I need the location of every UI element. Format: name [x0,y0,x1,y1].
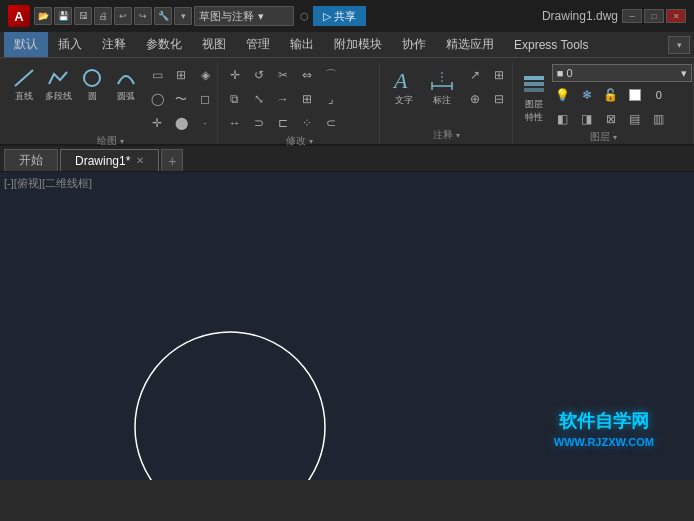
tab-drawing1-close[interactable]: ✕ [136,155,144,166]
hatch-button[interactable]: ⊞ [170,64,192,86]
polyline-icon [46,66,70,90]
tolerance-button[interactable]: ⊟ [488,88,510,110]
menu-express-tools[interactable]: Express Tools [504,35,598,55]
wipeout-button[interactable]: ◻ [194,88,216,110]
menu-annotate[interactable]: 注释 [92,32,136,57]
polyline-button[interactable]: 多段线 [42,64,74,105]
maximize-button[interactable]: □ [644,9,664,23]
layers-group-label[interactable]: 图层 ▾ [519,130,689,144]
undo-icon[interactable]: ↩ [114,7,132,25]
menu-view[interactable]: 视图 [192,32,236,57]
menu-more-icon[interactable]: ▾ [668,36,690,54]
extend-button[interactable]: → [272,88,294,110]
draw-label: 绘图 [97,134,117,148]
spline-button[interactable]: 〜 [170,88,192,110]
ribbon-group-draw: 直线 多段线 圆 圆弧 [4,62,218,144]
workspace-caret: ▾ [258,10,264,23]
minimize-button[interactable]: ─ [622,9,642,23]
tab-start[interactable]: 开始 [4,149,58,171]
open-icon[interactable]: 📂 [34,7,52,25]
menu-parametric[interactable]: 参数化 [136,32,192,57]
circle-label: 圆 [88,90,97,103]
center-mark-button[interactable]: ⊕ [464,88,486,110]
menu-manage[interactable]: 管理 [236,32,280,57]
mirror-button[interactable]: ⇔ [296,64,318,86]
text-button[interactable]: A 文字 [386,64,422,109]
app-icon[interactable]: A [8,5,30,27]
redo-icon[interactable]: ↪ [134,7,152,25]
dimension-button[interactable]: 标注 [424,64,460,109]
properties-icon[interactable]: 🔧 [154,7,172,25]
tab-drawing1[interactable]: Drawing1* ✕ [60,149,159,171]
layer-tool4[interactable]: ▤ [624,108,646,130]
copy-button[interactable]: ⧉ [224,88,246,110]
layer-tool1[interactable]: ◧ [552,108,574,130]
text-label: 文字 [395,94,413,107]
menu-default[interactable]: 默认 [4,32,48,57]
layer-tool3[interactable]: ⊠ [600,108,622,130]
join-button[interactable]: ⊂ [320,112,342,134]
layer-on-icon[interactable]: 💡 [552,84,574,106]
leader-button[interactable]: ↗ [464,64,486,86]
svg-line-0 [15,70,33,86]
trim-button[interactable]: ✂ [272,64,294,86]
rect-button[interactable]: ▭ [146,64,168,86]
layer-properties-icon [522,70,546,98]
more-icon[interactable]: ▾ [174,7,192,25]
explode-button[interactable]: ⁘ [296,112,318,134]
window-controls: ─ □ ✕ [622,9,686,23]
region-button[interactable]: ◈ [194,64,216,86]
draw-caret: ▾ [120,137,124,146]
menu-insert[interactable]: 插入 [48,32,92,57]
annotate-group-label[interactable]: 注释 ▾ [386,126,508,144]
array-button[interactable]: ⊞ [296,88,318,110]
tab-add-button[interactable]: + [161,149,183,171]
line-button[interactable]: 直线 [8,64,40,105]
tab-start-label: 开始 [19,152,43,169]
arc-button[interactable]: 圆弧 [110,64,142,105]
ellipse-button[interactable]: ◯ [146,88,168,110]
layer-tool5[interactable]: ▥ [648,108,670,130]
table-button[interactable]: ⊞ [488,64,510,86]
share-icon: ▷ [323,10,331,23]
menu-output[interactable]: 输出 [280,32,324,57]
chamfer-button[interactable]: ⌟ [320,88,342,110]
layer-dropdown[interactable]: ■ 0 ▾ [552,64,692,82]
save-as-icon[interactable]: 🖫 [74,7,92,25]
point-button[interactable]: · [194,112,216,134]
annotate-caret: ▾ [456,131,460,140]
share-button[interactable]: ▷ 共享 [313,6,366,26]
circle-button[interactable]: 圆 [76,64,108,105]
draw-tools: 直线 多段线 圆 圆弧 [8,64,213,134]
layer-lock-icon[interactable]: 🔓 [600,84,622,106]
offset-button[interactable]: ⊃ [248,112,270,134]
fillet-button[interactable]: ⌒ [320,64,342,86]
break-button[interactable]: ⊏ [272,112,294,134]
color-white-box[interactable] [624,84,646,106]
menu-collab[interactable]: 协作 [392,32,436,57]
stretch-button[interactable]: ↔ [224,112,246,134]
layer-freeze-icon[interactable]: ❄ [576,84,598,106]
move-button[interactable]: ✛ [224,64,246,86]
construct-button[interactable]: ✛ [146,112,168,134]
layer-properties-button[interactable]: 图层特性 [519,68,549,126]
draw-group-label[interactable]: 绘图 ▾ [8,134,213,148]
workspace-dropdown[interactable]: 草图与注释 ▾ [194,6,294,26]
close-button[interactable]: ✕ [666,9,686,23]
svg-point-1 [84,70,100,86]
share-label: 共享 [334,9,356,24]
menu-addons[interactable]: 附加模块 [324,32,392,57]
rotate-button[interactable]: ↺ [248,64,270,86]
drawing-canvas-area[interactable]: [-][俯视][二维线框] 软件自学网 WWW.RJZXW.COM [0,172,694,480]
modify-group-label[interactable]: 修改 ▾ [224,134,375,148]
save-icon[interactable]: 💾 [54,7,72,25]
donut-button[interactable]: ⬤ [170,112,192,134]
menu-featured[interactable]: 精选应用 [436,32,504,57]
scale-button[interactable]: ⤡ [248,88,270,110]
layers-tools: 图层特性 ■ 0 ▾ 💡 ❄ 🔓 [519,64,689,130]
title-bar: A 📂 💾 🖫 🖨 ↩ ↪ 🔧 ▾ 草图与注释 ▾ ⬡ ▷ 共享 Drawing… [0,0,694,32]
print-icon[interactable]: 🖨 [94,7,112,25]
ribbon-group-annotate: A 文字 标注 ↗ ⊞ ⊕ [382,62,513,144]
modify-label: 修改 [286,134,306,148]
layer-tool2[interactable]: ◨ [576,108,598,130]
